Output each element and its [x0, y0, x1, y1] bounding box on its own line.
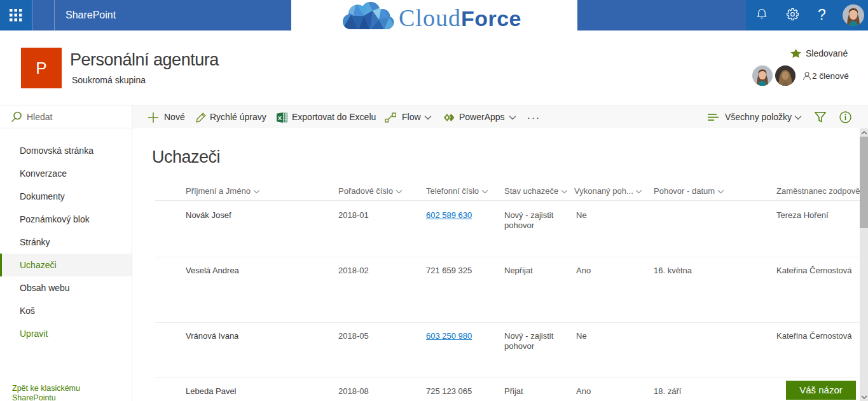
svg-text:X: X [278, 115, 282, 121]
